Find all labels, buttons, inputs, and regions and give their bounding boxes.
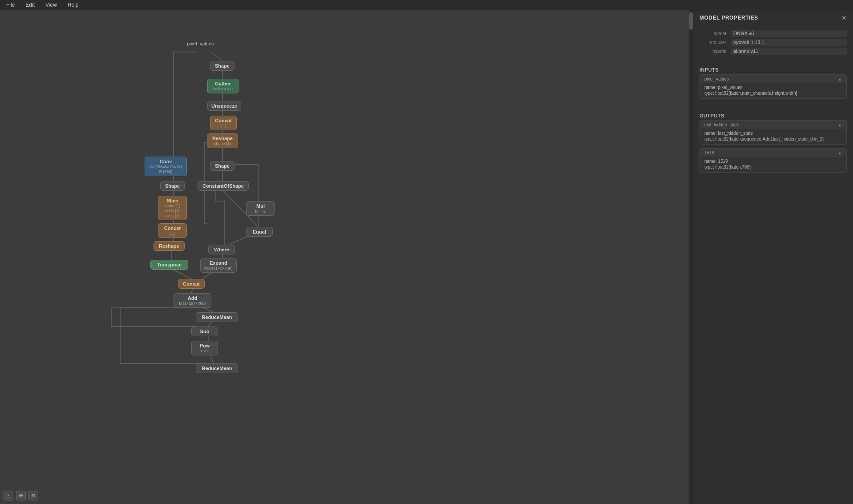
panel-title: MODEL PROPERTIES — [699, 15, 758, 21]
output1-block-body: name: last_hidden_state type: float32[ba… — [700, 129, 846, 144]
panel-header: MODEL PROPERTIES ✕ — [693, 10, 853, 26]
input-name-value: name: pixel_values — [704, 85, 743, 90]
node-shape2[interactable]: Shape — [210, 161, 234, 171]
menu-edit[interactable]: Edit — [23, 1, 37, 9]
input-expand-arrow[interactable]: ▲ — [838, 77, 842, 81]
main-area: pixel_values Shape Gather indices = 0 Un… — [0, 10, 853, 504]
imports-label: imports — [699, 49, 726, 54]
output2-expand-arrow[interactable]: ▲ — [838, 151, 842, 155]
inputs-header: INPUTS — [699, 67, 847, 73]
node-sub[interactable]: Sub — [191, 327, 218, 336]
bottom-toolbar: ⊡ ⊕ ⊖ — [4, 491, 38, 500]
output-block-1519: 1519 ▲ name: 1519 type: float32[batch,76… — [699, 148, 847, 173]
node-transpose[interactable]: Transpose — [150, 260, 188, 270]
input-block-header: pixel_values ▲ — [700, 75, 846, 83]
input-type-value: type: float32[batch,num_channels,height,… — [704, 91, 797, 96]
node-pixel-values-label: pixel_values — [187, 41, 214, 46]
node-slice[interactable]: Slice starts (1) ends (1) axes (1) — [158, 196, 187, 220]
connections-svg — [0, 10, 693, 504]
node-shape3[interactable]: Shape — [160, 181, 185, 191]
zoom-out-button[interactable]: ⊖ — [28, 491, 38, 500]
output2-block-header: 1519 ▲ — [700, 149, 846, 157]
node-equal[interactable]: Equal — [246, 227, 273, 237]
node-reducemean2[interactable]: ReduceMean — [196, 363, 238, 373]
graph-canvas[interactable]: pixel_values Shape Gather indices = 0 Un… — [0, 10, 693, 504]
node-gather[interactable]: Gather indices = 0 — [207, 79, 239, 93]
output1-type-value: type: float32[batch,sequence,Add1last_hi… — [704, 137, 824, 141]
output1-block-header: last_hidden_state ▲ — [700, 121, 846, 129]
node-shape1[interactable]: Shape — [210, 61, 234, 71]
zoom-fit-button[interactable]: ⊡ — [4, 491, 13, 500]
output2-block-body: name: 1519 type: float32[batch,768] — [700, 157, 846, 172]
menu-view[interactable]: View — [43, 1, 60, 9]
output2-name-label: 1519 — [704, 150, 714, 155]
inputs-section: INPUTS pixel_values ▲ name: pixel_values… — [693, 60, 853, 106]
node-add[interactable]: Add B (1×197×768) — [174, 293, 211, 308]
canvas-scrollbar[interactable] — [689, 10, 693, 504]
node-reducemean1[interactable]: ReduceMean — [196, 312, 238, 322]
node-mul[interactable]: Mul B = -1 — [246, 201, 275, 216]
input-name-label: pixel_values — [704, 77, 729, 81]
svg-line-0 — [211, 52, 222, 61]
svg-line-16 — [171, 269, 191, 279]
outputs-section: OUTPUTS last_hidden_state ▲ name: last_h… — [693, 106, 853, 180]
output2-name-value: name: 1519 — [704, 159, 728, 164]
producer-label: producer — [699, 40, 726, 45]
node-constantofshape[interactable]: ConstantOfShape — [198, 181, 249, 191]
panel-close-button[interactable]: ✕ — [841, 14, 847, 21]
output1-name-label: last_hidden_state — [704, 122, 739, 127]
producer-value: pytorch 1.13.1 — [731, 39, 847, 46]
format-value: ONNX v6 — [731, 30, 847, 37]
node-reshape1[interactable]: Reshape shape (1) — [207, 133, 238, 148]
node-concat1[interactable]: Concat (...) — [210, 116, 237, 130]
outputs-header: OUTPUTS — [699, 113, 847, 118]
imports-value: ai.onnx v11 — [731, 48, 847, 55]
input-block-pixel-values: pixel_values ▲ name: pixel_values type: … — [699, 74, 847, 99]
output-block-last-hidden-state: last_hidden_state ▲ name: last_hidden_st… — [699, 120, 847, 145]
input-block-body: name: pixel_values type: float32[batch,n… — [700, 83, 846, 98]
menu-help[interactable]: Help — [65, 1, 81, 9]
node-where[interactable]: Where — [208, 245, 235, 254]
node-conv[interactable]: Conv W (768=3×16×16) B (768) — [145, 157, 187, 176]
node-expand[interactable]: Expand input (1×1×768) — [200, 258, 237, 273]
node-pow[interactable]: Pow Y = 2 — [191, 341, 218, 355]
node-concat2[interactable]: Concat (...) — [158, 223, 187, 238]
right-panel: MODEL PROPERTIES ✕ format ONNX v6 produc… — [693, 10, 853, 504]
node-reshape2[interactable]: Reshape — [154, 241, 185, 251]
node-unsqueeze[interactable]: Unsqueeze — [207, 101, 241, 111]
node-concat3[interactable]: Concat — [178, 279, 205, 289]
output1-expand-arrow[interactable]: ▲ — [838, 123, 842, 127]
output2-type-value: type: float32[batch,768] — [704, 165, 751, 169]
panel-properties-section: format ONNX v6 producer pytorch 1.13.1 i… — [693, 26, 853, 60]
zoom-in-button[interactable]: ⊕ — [16, 491, 26, 500]
canvas-scrollbar-thumb[interactable] — [689, 12, 693, 30]
output1-name-value: name: last_hidden_state — [704, 131, 753, 136]
menu-file[interactable]: File — [4, 1, 17, 9]
menubar: File Edit View Help — [0, 0, 853, 10]
format-label: format — [699, 31, 726, 36]
